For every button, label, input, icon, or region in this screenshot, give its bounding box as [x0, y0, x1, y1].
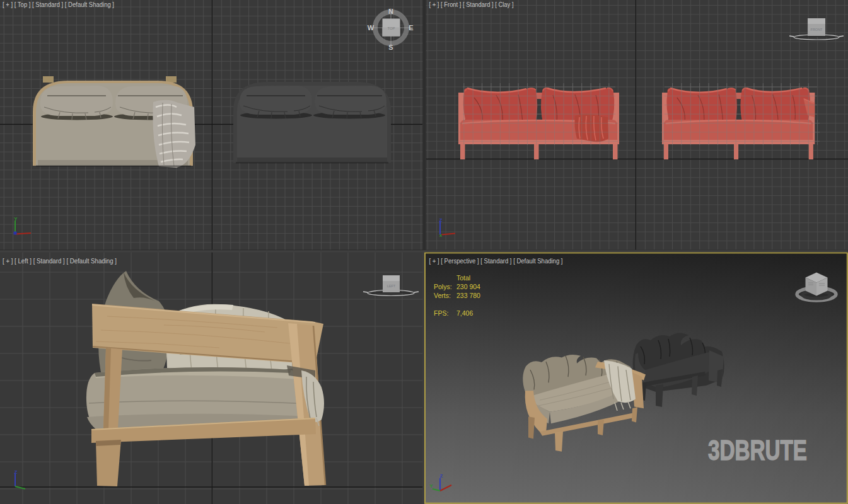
svg-text:7,406: 7,406 — [456, 309, 473, 317]
svg-text:233 780: 233 780 — [456, 292, 480, 299]
svg-text:Polys:: Polys: — [434, 283, 452, 290]
svg-text:230 904: 230 904 — [456, 283, 480, 290]
svg-text:Z: Z — [439, 217, 443, 223]
svg-text:x: x — [439, 232, 443, 238]
svg-text:LEFT: LEFT — [387, 284, 396, 288]
svg-text:N: N — [388, 8, 393, 15]
svg-text:W: W — [368, 24, 375, 32]
svg-text:FRONT: FRONT — [811, 28, 823, 32]
svg-text:Total: Total — [456, 274, 470, 282]
svg-text:S: S — [388, 43, 393, 51]
svg-text:[ + ] [ Left ] [ Standard ] [: [ + ] [ Left ] [ Standard ] [ Default Sh… — [3, 257, 117, 265]
svg-text:Y: Y — [14, 216, 18, 222]
svg-text:Verts:: Verts: — [434, 292, 451, 299]
svg-text:[ + ] [ Top ] [ Standard ] [ D: [ + ] [ Top ] [ Standard ] [ Default Sha… — [3, 1, 114, 8]
svg-text:3DBRUTE: 3DBRUTE — [708, 435, 807, 466]
svg-text:[ + ] [ Perspective ] [ Standa: [ + ] [ Perspective ] [ Standard ] [ Def… — [429, 257, 563, 265]
svg-text:E: E — [409, 24, 413, 32]
svg-text:Z: Z — [440, 473, 443, 479]
svg-text:[ + ] [ Front ] [ Standard ] [: [ + ] [ Front ] [ Standard ] [ Clay ] — [429, 1, 514, 8]
svg-text:FPS:: FPS: — [434, 309, 448, 317]
svg-text:Y: Y — [429, 483, 433, 489]
svg-text:TOP: TOP — [387, 26, 395, 30]
svg-text:Z: Z — [15, 469, 18, 475]
